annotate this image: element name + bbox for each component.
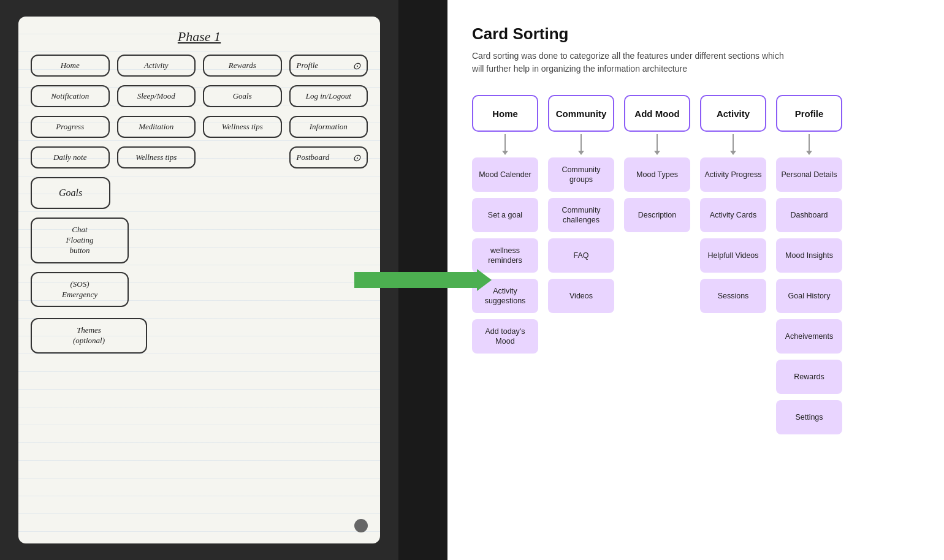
- arrow-container: [398, 0, 447, 560]
- item-dashboard[interactable]: Dashboard: [776, 198, 842, 232]
- item-rewards[interactable]: Rewards: [776, 360, 842, 394]
- item-community-groups[interactable]: Community groups: [548, 157, 614, 192]
- item-mood-calender[interactable]: Mood Calender: [472, 157, 538, 192]
- page-description: Card sorting was done to categorize all …: [472, 50, 791, 75]
- arrow-down-profile: [809, 134, 810, 151]
- sketch-item-goals2: Goals: [31, 177, 110, 209]
- item-add-todays-mood[interactable]: Add today's Mood: [472, 319, 538, 354]
- sketch-item-chat: ChatFloatingbutton: [31, 218, 129, 263]
- item-achievements[interactable]: Acheivements: [776, 319, 842, 354]
- item-faq[interactable]: FAQ: [548, 238, 614, 273]
- sketch-item-profile: Profile ⊙: [289, 55, 368, 77]
- item-mood-insights[interactable]: Mood Insights: [776, 238, 842, 273]
- item-helpful-videos[interactable]: Helpfull Videos: [700, 238, 766, 273]
- category-community[interactable]: Community: [548, 95, 614, 132]
- sketch-item-sleepmood: Sleep/Mood: [117, 85, 196, 107]
- sketch-title: Phase 1: [31, 29, 368, 45]
- sketch-item-login: Log in/Logout: [289, 85, 368, 107]
- item-wellness-reminders[interactable]: wellness reminders: [472, 238, 538, 273]
- sketch-item-postboard: Postboard ⊙: [289, 146, 368, 168]
- sketch-item-themes: Themes(optional): [31, 318, 147, 354]
- right-panel: Card Sorting Card sorting was done to ca…: [447, 0, 944, 560]
- items-grid: Mood Calender Set a goal wellness remind…: [472, 157, 919, 441]
- column-activity: Activity Progress Activity Cards Helpful…: [700, 157, 766, 319]
- col-arrow-activity: [700, 134, 766, 151]
- sketch-item-wellness2: Wellness tips: [117, 146, 196, 168]
- arrow-down-community: [580, 134, 582, 151]
- arrow-head: [477, 269, 492, 291]
- arrow-down-addmood: [657, 134, 658, 151]
- item-personal-details[interactable]: Personal Details: [776, 157, 842, 192]
- item-mood-types[interactable]: Mood Types: [624, 157, 690, 192]
- col-arrow-home: [472, 134, 538, 151]
- sketch-item-dailynote: Daily note: [31, 146, 110, 168]
- sketch-item-goals: Goals: [203, 85, 282, 107]
- item-settings[interactable]: Settings: [776, 400, 842, 434]
- sketch-item-rewards: Rewards: [203, 55, 282, 77]
- item-videos[interactable]: Videos: [548, 279, 614, 313]
- transition-arrow: [354, 272, 477, 288]
- item-activity-cards[interactable]: Activity Cards: [700, 198, 766, 232]
- item-sessions[interactable]: Sessions: [700, 279, 766, 313]
- column-home: Mood Calender Set a goal wellness remind…: [472, 157, 538, 360]
- arrows-row: [472, 134, 919, 151]
- item-activity-progress[interactable]: Activity Progress: [700, 157, 766, 192]
- item-goal-history[interactable]: Goal History: [776, 279, 842, 313]
- category-add-mood[interactable]: Add Mood: [624, 95, 690, 132]
- column-community: Community groups Community challenges FA…: [548, 157, 614, 319]
- arrow-down-home: [504, 134, 506, 151]
- sketch-item-empty1: [203, 146, 282, 168]
- item-community-challenges[interactable]: Community challenges: [548, 198, 614, 232]
- sketch-item-home: Home: [31, 55, 110, 77]
- categories-row: Home Community Add Mood Activity Profile: [472, 95, 919, 132]
- column-profile: Personal Details Dashboard Mood Insights…: [776, 157, 842, 441]
- col-arrow-addmood: [624, 134, 690, 151]
- sketch-item-information: Information: [289, 116, 368, 138]
- category-activity[interactable]: Activity: [700, 95, 766, 132]
- item-set-goal[interactable]: Set a goal: [472, 198, 538, 232]
- page-title: Card Sorting: [472, 25, 919, 44]
- left-panel: Phase 1 Home Activity Rewards Profile ⊙ …: [0, 0, 398, 560]
- sketch-item-progress: Progress: [31, 116, 110, 138]
- category-home[interactable]: Home: [472, 95, 538, 132]
- column-add-mood: Mood Types Description: [624, 157, 690, 238]
- col-arrow-profile: [776, 134, 842, 151]
- sketch-item-wellness1: Wellness tips: [203, 116, 282, 138]
- sketch-item-emergency: (SOS)Emergency: [31, 272, 129, 308]
- sketch-item-notification: Notification: [31, 85, 110, 107]
- arrow-down-activity: [733, 134, 734, 151]
- col-arrow-community: [548, 134, 614, 151]
- sketch-item-meditation: Meditation: [117, 116, 196, 138]
- category-profile[interactable]: Profile: [776, 95, 842, 132]
- sketch-item-activity: Activity: [117, 55, 196, 77]
- item-description[interactable]: Description: [624, 198, 690, 232]
- sketch-container: Phase 1 Home Activity Rewards Profile ⊙ …: [18, 17, 380, 543]
